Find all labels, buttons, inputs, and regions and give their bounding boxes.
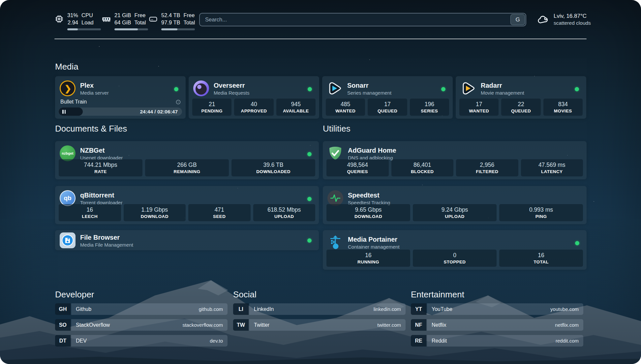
disk-total: 97.9 TB xyxy=(161,19,180,26)
stat-tile: 40APPROVED xyxy=(234,99,273,116)
card-title: File Browser xyxy=(80,233,133,242)
stat-tile: 16RUNNING xyxy=(326,250,410,267)
bookmark-linkedin[interactable]: LI LinkedInlinkedin.com xyxy=(233,303,406,315)
bookmark-abbr: SO xyxy=(55,319,71,331)
playback-progress-bar[interactable]: 24:44 / 02:06:47 xyxy=(59,107,182,116)
bookmark-abbr: GH xyxy=(55,303,71,315)
stat-tile: 485WANTED xyxy=(326,99,365,116)
bookmark-stackoverflow[interactable]: SO StackOverflowstackoverflow.com xyxy=(55,319,228,331)
disk-label-2: Total xyxy=(183,19,195,26)
bookmark-group-social: Social LI LinkedInlinkedin.com TW Twitte… xyxy=(233,289,406,349)
memory-label-1: Free xyxy=(134,12,146,19)
card-plex[interactable]: ❯ Plex Media server Bullet Train 24:44 /… xyxy=(55,76,186,119)
section-title-utilities: Utilities xyxy=(323,123,351,134)
bookmark-dev[interactable]: DT DEVdev.to xyxy=(55,335,228,347)
card-title: Media Portainer xyxy=(348,235,400,244)
status-dot xyxy=(174,87,178,91)
cpu-label-1: CPU xyxy=(81,12,94,19)
card-subtitle: Series management xyxy=(347,90,391,96)
now-playing-title: Bullet Train xyxy=(60,99,87,105)
bookmark-twitter[interactable]: TW Twittertwitter.com xyxy=(233,319,406,331)
bookmark-youtube[interactable]: YT YouTubeyoutube.com xyxy=(411,303,583,315)
card-subtitle: Container management xyxy=(348,244,400,250)
stat-tile: 2,956FILTERED xyxy=(456,159,518,176)
weather-widget: Lviv, 16.87°C scattered clouds xyxy=(537,13,591,26)
card-title: Radarr xyxy=(481,81,524,90)
card-title: Speedtest xyxy=(348,191,390,199)
stat-tile: 0STOPPED xyxy=(413,250,497,267)
stat-tile: 196SERIES xyxy=(410,99,449,116)
card-title: qBittorrent xyxy=(80,191,122,199)
status-dot xyxy=(308,87,312,91)
cpu-load: 2.94 xyxy=(67,19,78,26)
stat-tile: 744.21 MbpsRATE xyxy=(59,159,142,176)
status-dot xyxy=(441,87,445,91)
stat-tile: 945AVAILABLE xyxy=(276,99,316,116)
card-overseerr[interactable]: Overseerr Media Requests 21PENDING 40APP… xyxy=(189,76,319,119)
card-title: Overseerr xyxy=(214,81,249,90)
card-title: AdGuard Home xyxy=(348,146,396,155)
stat-tile: 39.6 TBDOWNLOADED xyxy=(231,159,315,176)
section-title-media: Media xyxy=(55,61,78,72)
card-subtitle: Movie management xyxy=(481,90,524,96)
disk-label-1: Free xyxy=(183,12,195,19)
stat-tile: 17WANTED xyxy=(459,99,499,116)
search-engine-button[interactable]: G xyxy=(510,14,525,25)
bookmark-abbr: YT xyxy=(411,303,426,315)
adguard-icon xyxy=(327,145,343,161)
cpu-label-2: Load xyxy=(81,19,94,26)
status-dot xyxy=(307,238,312,243)
section-title-developer: Developer xyxy=(55,289,228,300)
card-adguard[interactable]: AdGuard Home DNS and adblocking 498,564Q… xyxy=(323,141,587,179)
search-bar: G xyxy=(199,13,526,26)
stat-tile: 86,401BLOCKED xyxy=(391,159,454,176)
status-dot xyxy=(307,152,312,156)
section-title-documents: Documents & Files xyxy=(55,123,127,134)
plex-icon: ❯ xyxy=(60,80,76,96)
bookmark-abbr: DT xyxy=(55,335,71,347)
bookmark-github[interactable]: GH Githubgithub.com xyxy=(55,303,228,315)
disk-icon xyxy=(148,14,158,24)
card-qbittorrent[interactable]: qb qBittorrent Torrent downloader 16LEEC… xyxy=(55,186,319,224)
status-dot xyxy=(575,87,579,91)
card-subtitle: Media File Management xyxy=(80,242,133,248)
card-subtitle: Media server xyxy=(80,90,109,96)
stat-tile: 47.569 msLATENCY xyxy=(521,159,583,176)
weather-location-temp: Lviv, 16.87°C xyxy=(554,13,591,20)
stream-icon[interactable] xyxy=(175,99,181,105)
bookmark-group-developer: Developer GH Githubgithub.com SO StackOv… xyxy=(55,289,228,349)
stat-tile: 471SEED xyxy=(188,204,251,221)
memory-usage-bar xyxy=(114,28,148,30)
overseerr-icon xyxy=(193,80,209,96)
stat-tile: 1.19 GbpsDOWNLOAD xyxy=(124,204,186,221)
pause-icon xyxy=(62,110,64,114)
card-filebrowser[interactable]: File Browser Media File Management xyxy=(55,230,319,250)
cpu-stat: 31%2.94 CPULoad xyxy=(54,12,94,27)
card-title: Plex xyxy=(80,81,109,90)
stat-tile: 16LEECH xyxy=(59,204,121,221)
playback-progress-fill xyxy=(59,107,83,116)
bookmark-reddit[interactable]: RE Redditreddit.com xyxy=(411,335,583,347)
disk-usage-bar xyxy=(161,28,195,30)
qbittorrent-icon: qb xyxy=(60,190,76,206)
card-radarr[interactable]: Radarr Movie management 17WANTED 22QUEUE… xyxy=(456,76,586,119)
search-input[interactable] xyxy=(200,14,526,26)
memory-label-2: Total xyxy=(134,19,146,26)
stat-tile: 9.24 GbpsUPLOAD xyxy=(413,204,497,221)
disk-free: 52.4 TB xyxy=(161,12,180,19)
cpu-icon xyxy=(54,14,64,24)
stat-tile: 498,564QUERIES xyxy=(326,159,389,176)
card-portainer[interactable]: Media Portainer Container management 16R… xyxy=(323,230,587,270)
cpu-percent: 31% xyxy=(67,12,78,19)
card-speedtest[interactable]: Speedtest Speedtest Tracking 9.65 GbpsDO… xyxy=(323,186,587,224)
bookmark-abbr: TW xyxy=(233,319,249,331)
bookmark-netflix[interactable]: NF Netflixnetflix.com xyxy=(411,319,583,331)
filebrowser-icon xyxy=(60,232,76,248)
sonarr-icon xyxy=(327,80,343,96)
playback-time: 24:44 / 02:06:47 xyxy=(140,107,178,116)
card-sonarr[interactable]: Sonarr Series management 485WANTED 17QUE… xyxy=(322,76,453,119)
card-nzbget[interactable]: nzbget NZBGet Usenet downloader 744.21 M… xyxy=(55,141,319,179)
disk-stat: 52.4 TB97.9 TB FreeTotal xyxy=(148,12,195,27)
snow-specks xyxy=(99,46,100,47)
section-title-social: Social xyxy=(233,289,406,300)
